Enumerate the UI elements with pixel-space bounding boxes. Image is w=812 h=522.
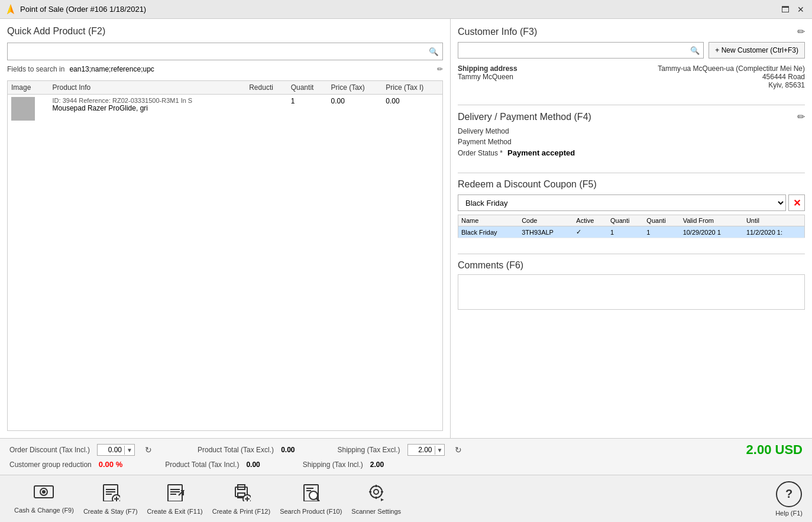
product-image xyxy=(11,97,35,121)
minimize-button[interactable]: 🗖 xyxy=(779,3,792,16)
create-stay-icon xyxy=(101,482,120,505)
shipping-line2: 456444 Road xyxy=(658,73,805,81)
new-customer-button[interactable]: + New Customer (Ctrl+F3) xyxy=(709,42,805,59)
col-image: Image xyxy=(8,81,49,95)
product-total-incl-value: 0.00 xyxy=(246,461,260,469)
totals-row-1: Order Discount (Tax Incl.) ▼ ↻ Product T… xyxy=(9,442,803,458)
payment-method-label: Payment Method xyxy=(458,138,529,146)
coupon-row[interactable]: Black Friday 3TH93ALP ✓ 1 1 10/29/2020 1… xyxy=(458,226,805,238)
help-wrapper: ? Help (F1) xyxy=(775,481,803,517)
svg-text:▸: ▸ xyxy=(381,496,384,501)
col-coupon-qty2: Quanti xyxy=(643,215,680,226)
customer-group-value: 0.00 % xyxy=(99,460,122,469)
customer-name: Tammy McQueen xyxy=(458,73,517,81)
shipping-excl-value[interactable] xyxy=(408,445,435,455)
col-quantity: Quantit xyxy=(287,81,328,95)
divider-1 xyxy=(458,105,805,105)
create-print-icon xyxy=(232,482,251,505)
order-discount-label: Order Discount (Tax Incl.) xyxy=(9,446,90,454)
create-exit-button[interactable]: Create & Exit (F11) xyxy=(143,480,208,517)
delivery-edit-icon[interactable]: ✏ xyxy=(797,111,805,122)
comments-title: Comments (F6) xyxy=(458,260,523,270)
help-label: Help (F1) xyxy=(775,510,803,517)
payment-method-row: Payment Method xyxy=(458,138,805,146)
cash-change-button[interactable]: Cash & Change (F9) xyxy=(9,481,79,516)
create-stay-button[interactable]: Create & Stay (F7) xyxy=(79,480,143,517)
search-product-button[interactable]: Search Product (F10) xyxy=(275,480,347,517)
shipping-excl-input[interactable]: ▼ xyxy=(407,444,445,456)
title-bar: Point of Sale (Order #106 1/18/2021) 🗖 ✕ xyxy=(0,0,812,19)
svg-marker-1 xyxy=(7,4,11,14)
shipping-label: Shipping address xyxy=(458,64,517,73)
coupon-title: Redeem a Discount Coupon (F5) xyxy=(458,179,597,189)
customer-info-header: Customer Info (F3) ✏ xyxy=(458,26,805,37)
right-panel: Customer Info (F3) ✏ 🔍 + New Customer (C… xyxy=(451,19,812,438)
coupon-qty1-cell: 1 xyxy=(607,226,643,238)
shipping-name-line: Tammy-ua McQueen-ua (Complectitur Mei Ne… xyxy=(658,64,805,73)
delivery-section: Delivery / Payment Method (F4) ✏ Deliver… xyxy=(458,111,805,157)
divider-2 xyxy=(458,173,805,173)
product-search-bar: 🔍 xyxy=(7,43,443,60)
coupon-select-row: Black Friday ✕ xyxy=(458,194,805,211)
coupon-until-cell: 11/2/2020 1: xyxy=(743,226,805,238)
create-print-button[interactable]: Create & Print (F12) xyxy=(208,480,275,517)
product-search-input[interactable] xyxy=(8,44,425,59)
col-coupon-active: Active xyxy=(573,215,607,226)
fields-edit-icon[interactable]: ✏ xyxy=(437,65,443,73)
delivery-method-row: Delivery Method xyxy=(458,127,805,135)
customer-edit-icon[interactable]: ✏ xyxy=(797,26,805,37)
col-price-incl: Price (Tax I) xyxy=(382,81,442,95)
customer-group-label: Customer group reduction xyxy=(9,461,92,469)
order-status-label: Order Status * xyxy=(458,149,503,157)
footer-bar: Cash & Change (F9) Create & Stay (F7) Cr… xyxy=(0,475,812,522)
col-coupon-qty1: Quanti xyxy=(607,215,643,226)
search-product-icon xyxy=(302,482,321,505)
left-panel: Quick Add Product (F2) 🔍 Fields to searc… xyxy=(0,19,451,438)
col-coupon-until: Until xyxy=(743,215,805,226)
close-button[interactable]: ✕ xyxy=(794,3,807,16)
help-button[interactable]: ? xyxy=(776,481,802,507)
shipping-excl-label: Shipping (Tax Excl.) xyxy=(337,446,400,454)
footer-totals: Order Discount (Tax Incl.) ▼ ↻ Product T… xyxy=(0,438,812,475)
shipping-excl-arrow[interactable]: ▼ xyxy=(435,446,445,455)
order-discount-input[interactable]: ▼ xyxy=(97,444,135,456)
product-name: Mousepad Razer ProGlide, gri xyxy=(53,104,242,112)
customer-search-input[interactable] xyxy=(458,44,687,57)
product-total-excl-label: Product Total (Tax Excl.) xyxy=(198,446,274,454)
shipping-excl-refresh[interactable]: ↻ xyxy=(452,443,465,456)
scanner-settings-button[interactable]: ▸ Scanner Settings xyxy=(347,480,406,517)
col-price-excl: Price (Tax) xyxy=(328,81,383,95)
comments-textarea[interactable] xyxy=(458,274,805,310)
coupon-clear-button[interactable]: ✕ xyxy=(788,194,805,211)
create-stay-label: Create & Stay (F7) xyxy=(83,508,138,515)
coupon-qty2-cell: 1 xyxy=(643,226,680,238)
coupon-active-cell: ✓ xyxy=(573,226,607,238)
product-search-button[interactable]: 🔍 xyxy=(425,43,442,60)
shipping-incl-value: 2.00 xyxy=(370,461,384,469)
coupon-select[interactable]: Black Friday xyxy=(458,194,786,211)
quick-add-title: Quick Add Product (F2) xyxy=(7,26,443,37)
app-icon xyxy=(5,4,17,15)
coupon-code-cell: 3TH93ALP xyxy=(519,226,573,238)
customer-search-row: 🔍 + New Customer (Ctrl+F3) xyxy=(458,42,805,59)
shipping-line3: Kyiv, 85631 xyxy=(658,81,805,89)
fields-value: ean13;name;reference;upc xyxy=(69,65,432,73)
search-product-label: Search Product (F10) xyxy=(280,508,342,515)
delivery-title: Delivery / Payment Method (F4) xyxy=(458,112,591,122)
product-info-line1: ID: 3944 Reference: RZ02-03331500-R3M1 I… xyxy=(53,97,242,104)
order-discount-refresh[interactable]: ↻ xyxy=(142,443,155,456)
shipping-section: Shipping address Tammy McQueen Tammy-ua … xyxy=(458,64,805,89)
svg-rect-12 xyxy=(168,485,182,501)
coupon-header: Redeem a Discount Coupon (F5) xyxy=(458,179,805,190)
order-status-value: Payment accepted xyxy=(507,148,575,157)
scanner-settings-label: Scanner Settings xyxy=(351,508,401,515)
order-discount-arrow[interactable]: ▼ xyxy=(124,446,134,455)
coupon-table-header: Name Code Active Quanti Quanti Valid Fro… xyxy=(458,215,805,226)
table-row: ID: 3944 Reference: RZ02-03331500-R3M1 I… xyxy=(8,95,442,125)
scanner-settings-icon: ▸ xyxy=(367,482,386,505)
main-content: Quick Add Product (F2) 🔍 Fields to searc… xyxy=(0,19,812,438)
coupon-section: Redeem a Discount Coupon (F5) Black Frid… xyxy=(458,179,805,238)
order-discount-value[interactable] xyxy=(98,445,124,455)
main-window: Point of Sale (Order #106 1/18/2021) 🗖 ✕… xyxy=(0,0,812,522)
svg-point-24 xyxy=(309,491,318,500)
